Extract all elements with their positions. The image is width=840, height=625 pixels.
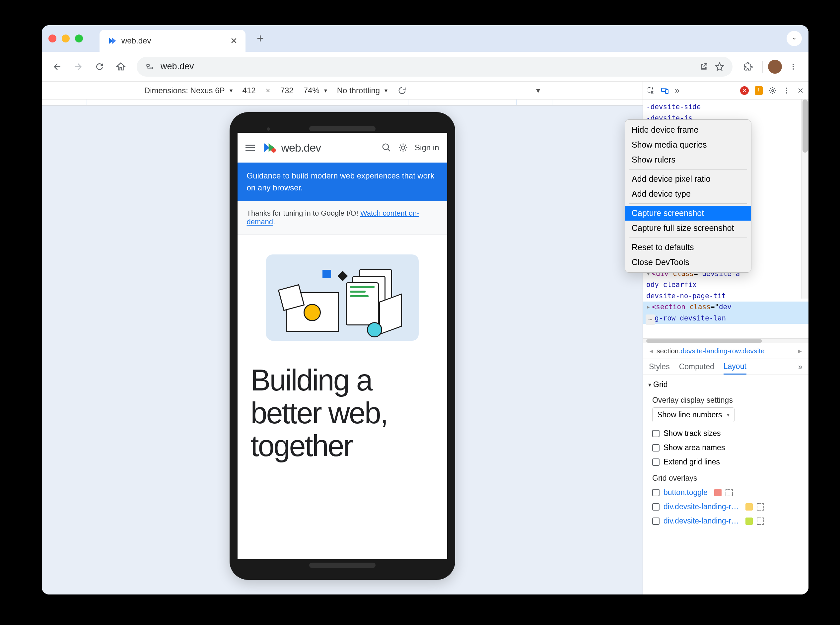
theme-toggle-icon[interactable]: [398, 143, 408, 152]
overlay-dashed-icon[interactable]: [726, 489, 733, 496]
device-toggle-icon[interactable]: [661, 87, 669, 95]
divider: [762, 61, 763, 73]
tab-computed[interactable]: Computed: [679, 359, 714, 375]
settings-icon[interactable]: [768, 87, 777, 95]
tab-layout[interactable]: Layout: [723, 359, 747, 375]
kebab-icon[interactable]: [782, 87, 790, 95]
styles-tabs: Styles Computed Layout »: [643, 359, 809, 375]
new-tab-button[interactable]: +: [252, 30, 268, 47]
hero-illustration: [266, 255, 418, 341]
search-icon[interactable]: [381, 143, 392, 152]
horizontal-scrollbar[interactable]: [643, 338, 809, 343]
menu-separator: [629, 238, 747, 238]
svg-point-11: [772, 90, 774, 92]
media-query-ruler[interactable]: [42, 100, 642, 106]
profile-avatar[interactable]: [768, 60, 782, 74]
tab-overflow-button[interactable]: [787, 31, 802, 46]
tabs-overflow-icon[interactable]: »: [798, 362, 803, 372]
more-options-button[interactable]: ▾: [536, 86, 540, 95]
close-tab-button[interactable]: ✕: [230, 36, 238, 46]
breadcrumb-class[interactable]: .devsite-landing-row.devsite: [679, 347, 765, 355]
menu-capture-full-size-screenshot[interactable]: Capture full size screenshot: [625, 221, 751, 236]
menu-add-device-pixel-ratio[interactable]: Add device pixel ratio: [625, 171, 751, 187]
menu-show-media-queries[interactable]: Show media queries: [625, 137, 751, 152]
phone-speaker-bottom: [309, 563, 376, 568]
maximize-window-button[interactable]: [75, 34, 83, 42]
svg-point-3: [793, 66, 794, 67]
back-button[interactable]: [48, 58, 66, 75]
menu-hide-device-frame[interactable]: Hide device frame: [625, 123, 751, 137]
address-field[interactable]: web.dev: [137, 57, 733, 77]
menu-show-rulers[interactable]: Show rulers: [625, 152, 751, 167]
svg-point-2: [793, 64, 794, 65]
grid-section-header[interactable]: Grid: [648, 378, 803, 391]
device-height[interactable]: 732: [280, 86, 294, 95]
phone-frame: web.dev Sign in: [230, 112, 455, 580]
phone-camera: [267, 127, 270, 131]
tab-styles[interactable]: Styles: [649, 359, 670, 375]
breadcrumb-left-arrow[interactable]: ◂: [646, 347, 656, 355]
breadcrumb-element[interactable]: section: [656, 347, 679, 355]
forward-button[interactable]: [70, 58, 87, 75]
overlay-row-1[interactable]: div.devsite-landing-r…: [648, 500, 803, 514]
browser-tab[interactable]: web.dev ✕: [100, 30, 246, 52]
url-text: web.dev: [160, 61, 194, 72]
color-swatch[interactable]: [745, 503, 753, 510]
reload-button[interactable]: [91, 58, 108, 75]
home-button[interactable]: [112, 58, 129, 75]
svg-point-5: [271, 148, 276, 152]
svg-point-7: [401, 146, 405, 149]
hero-title: Building a better web, together: [251, 364, 434, 462]
extensions-button[interactable]: [740, 58, 757, 75]
site-logo[interactable]: web.dev: [261, 141, 321, 154]
sign-in-link[interactable]: Sign in: [415, 143, 439, 152]
overlay-row-0[interactable]: button.toggle: [648, 485, 803, 500]
phone-screen: web.dev Sign in: [238, 133, 447, 559]
svg-point-4: [793, 68, 794, 70]
svg-point-6: [383, 144, 389, 150]
minimize-window-button[interactable]: [62, 34, 70, 42]
line-numbers-select[interactable]: Show line numbers: [652, 407, 734, 422]
overlay-dashed-icon[interactable]: [757, 503, 764, 510]
device-canvas: web.dev Sign in: [42, 106, 642, 594]
warning-badge[interactable]: !: [755, 86, 763, 95]
menu-close-devtools[interactable]: Close DevTools: [625, 255, 751, 270]
inspect-element-icon[interactable]: [647, 87, 655, 95]
breadcrumb-right-arrow[interactable]: ▸: [795, 347, 805, 355]
site-info-icon[interactable]: [145, 62, 155, 72]
io-notice-prefix: Thanks for tuning in to Google I/O!: [247, 209, 360, 217]
ellipsis-icon[interactable]: ⋯: [646, 314, 655, 325]
bookmark-icon[interactable]: [715, 62, 725, 72]
check-area-names[interactable]: Show area names: [648, 440, 803, 455]
menu-capture-screenshot[interactable]: Capture screenshot: [625, 206, 751, 221]
svg-rect-1: [150, 67, 152, 69]
close-devtools-icon[interactable]: [796, 87, 804, 95]
address-bar: web.dev: [42, 52, 809, 82]
menu-button[interactable]: [785, 58, 802, 75]
elements-breadcrumb[interactable]: ◂ section.devsite-landing-row.devsite ▸: [643, 343, 809, 359]
menu-reset-to-defaults[interactable]: Reset to defaults: [625, 240, 751, 255]
io-notice: Thanks for tuning in to Google I/O! Watc…: [238, 201, 447, 235]
hamburger-icon[interactable]: [246, 145, 255, 151]
color-swatch[interactable]: [745, 518, 753, 525]
close-window-button[interactable]: [48, 34, 56, 42]
throttling-select[interactable]: No throttling: [337, 86, 387, 95]
color-swatch[interactable]: [714, 489, 722, 496]
svg-rect-10: [666, 90, 668, 93]
overlay-row-2[interactable]: div.devsite-landing-r…: [648, 514, 803, 528]
rotate-icon[interactable]: [397, 86, 407, 95]
check-track-sizes[interactable]: Show track sizes: [648, 426, 803, 440]
panel-overflow-icon[interactable]: »: [675, 85, 680, 96]
guidance-banner: Guidance to build modern web experiences…: [238, 163, 447, 201]
overlay-dashed-icon[interactable]: [757, 518, 764, 525]
device-width[interactable]: 412: [243, 86, 256, 95]
zoom-select[interactable]: 74%: [303, 86, 327, 95]
device-emulation-view: Dimensions: Nexus 6P 412 × 732 74% No th…: [42, 82, 642, 594]
open-external-icon[interactable]: [698, 62, 709, 72]
check-extend-lines[interactable]: Extend grid lines: [648, 455, 803, 469]
svg-point-13: [786, 90, 787, 91]
device-select[interactable]: Dimensions: Nexus 6P: [144, 86, 233, 95]
error-badge[interactable]: ✕: [740, 86, 749, 95]
menu-add-device-type[interactable]: Add device type: [625, 187, 751, 201]
hero-area: Building a better web, together: [238, 235, 447, 462]
